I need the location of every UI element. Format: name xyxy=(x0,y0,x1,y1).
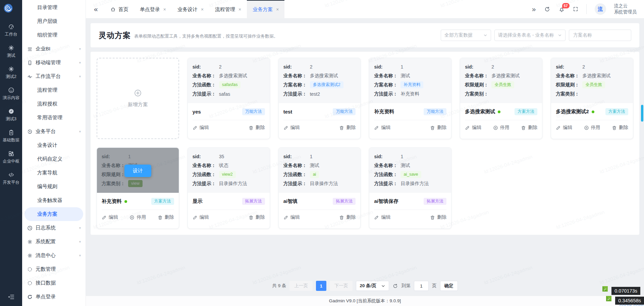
user-info[interactable]: 流之云 系统管理员 xyxy=(614,3,637,15)
dots-circle-icon xyxy=(27,280,33,286)
tab-label: 业务方案 xyxy=(253,6,273,13)
perf-badge: 0.070173s xyxy=(602,286,640,295)
rail-item-4[interactable]: 演示内容 xyxy=(3,83,19,104)
tab-close-icon[interactable]: × xyxy=(276,7,279,12)
tab-home[interactable]: 首页 xyxy=(105,0,134,18)
goto-confirm-button[interactable]: 确定 xyxy=(440,281,458,291)
rail-item-6[interactable]: 基础数据 xyxy=(3,126,19,147)
method-row: yes万能方法 xyxy=(188,103,270,115)
edit-button[interactable]: 编辑 xyxy=(465,125,481,131)
user-avatar[interactable]: 流 xyxy=(595,3,606,15)
delete-button[interactable]: 删除 xyxy=(339,125,356,131)
menu-item-20[interactable]: 元数管理 xyxy=(22,262,86,276)
rail-item-8[interactable]: 开发平台 xyxy=(3,168,19,189)
edit-button[interactable]: 编辑 xyxy=(193,125,209,131)
delete-button[interactable]: 删除 xyxy=(521,125,537,131)
menu-item-1[interactable]: 目录管理 xyxy=(22,1,86,14)
tab-2[interactable]: 业务设计× xyxy=(172,0,209,18)
delete-button[interactable]: 删除 xyxy=(430,214,446,220)
tab-4[interactable]: 业务方案× xyxy=(247,0,284,18)
menu-item-7[interactable]: 流程管理 xyxy=(22,83,86,97)
menu-item-10[interactable]: 业务平台▼ xyxy=(22,125,86,138)
edit-button[interactable]: 编辑 xyxy=(374,125,390,131)
add-plan-card[interactable]: 新增方案 xyxy=(97,58,179,139)
menu-item-16[interactable]: 业务方案 xyxy=(24,207,83,221)
rail-item-7[interactable]: 企业中枢 xyxy=(3,147,19,168)
pause-button[interactable]: 停用 xyxy=(584,125,600,131)
delete-button[interactable]: 删除 xyxy=(249,125,265,131)
menu-item-3[interactable]: 组织管理 xyxy=(22,28,86,42)
goto-page-input[interactable]: 1 xyxy=(414,281,429,291)
rail-item-2[interactable]: 测试 xyxy=(3,41,19,62)
method-row: 多选搜索测试方案方法 xyxy=(460,103,542,115)
rail-item-5[interactable]: 测试3 xyxy=(3,104,19,126)
notifications-button[interactable]: 57 xyxy=(558,6,565,12)
edit-button[interactable]: 编辑 xyxy=(283,214,300,220)
rail-item-1[interactable]: 工作台 xyxy=(3,20,19,41)
tabs-collapse-button[interactable]: « xyxy=(94,5,98,13)
current-page-button[interactable]: 1 xyxy=(316,281,326,291)
tab-close-icon[interactable]: × xyxy=(163,7,166,12)
scope-select[interactable]: 全部方案数据 xyxy=(441,30,491,41)
info-row: 业务名称：测试 xyxy=(374,161,446,170)
app-logo[interactable] xyxy=(4,4,18,18)
menu-item-5[interactable]: 移动端管理▼ xyxy=(22,56,86,70)
edit-button[interactable]: 编辑 xyxy=(283,125,300,131)
edit-button[interactable]: 编辑 xyxy=(556,125,572,131)
perf-time: 0.070173s xyxy=(611,287,640,295)
vertical-scrollbar-thumb[interactable] xyxy=(641,105,643,122)
prev-page-button[interactable]: 上一页 xyxy=(289,281,313,291)
tab-close-icon[interactable]: × xyxy=(201,7,204,12)
delete-button[interactable]: 删除 xyxy=(430,125,446,131)
field-label: 方法函数： xyxy=(374,172,400,178)
menu-item-11[interactable]: 业务设计 xyxy=(22,138,86,152)
pagination-refresh-button[interactable] xyxy=(392,283,398,289)
menu-item-6[interactable]: 工作流平台▼ xyxy=(22,70,86,83)
sync-icon xyxy=(27,294,33,300)
table-select[interactable]: 请选择业务表名 - 业务名称 xyxy=(494,30,566,41)
menu-item-15[interactable]: 业务触发器 xyxy=(22,193,86,207)
pause-button[interactable]: 停用 xyxy=(493,125,509,131)
lines-icon xyxy=(27,46,33,52)
tab-close-icon[interactable]: × xyxy=(238,7,241,12)
menu-item-13[interactable]: 方案导航 xyxy=(22,166,86,180)
pause-button[interactable]: 停用 xyxy=(129,214,146,220)
delete-button[interactable]: 删除 xyxy=(339,214,356,220)
edit-button[interactable]: 编辑 xyxy=(374,214,390,220)
next-page-button[interactable]: 下一页 xyxy=(330,281,353,291)
refresh-button[interactable] xyxy=(544,6,550,12)
rail-item-3[interactable]: 测试2 xyxy=(3,62,19,83)
edit-button[interactable]: 编辑 xyxy=(193,214,209,220)
tab-3[interactable]: 流程管理× xyxy=(209,0,247,18)
sidebar-collapse-button[interactable] xyxy=(7,293,15,301)
design-button[interactable]: 设计 xyxy=(124,165,151,177)
menu-item-21[interactable]: 接口数据 xyxy=(22,276,86,290)
sid-row: sid:1 xyxy=(374,152,446,161)
delete-button[interactable]: 删除 xyxy=(158,214,174,220)
menu-item-12[interactable]: 代码自定义 xyxy=(22,152,86,166)
menu-item-19[interactable]: 消息中心▼ xyxy=(22,249,86,262)
menu-item-22[interactable]: 单点登录 xyxy=(22,290,86,304)
tab-1[interactable]: 单点登录× xyxy=(134,0,172,18)
field-value: test2 xyxy=(310,91,320,97)
menu-item-4[interactable]: 企业BI▼ xyxy=(22,42,86,56)
menu-item-8[interactable]: 流程授权 xyxy=(22,97,86,111)
menu-item-2[interactable]: 用户层级 xyxy=(22,14,86,28)
card-actions: 编辑停用删除 xyxy=(102,210,174,220)
page-size-select[interactable]: 20 条/页 xyxy=(356,281,389,291)
menu-item-9[interactable]: 常用语管理 xyxy=(22,111,86,125)
chevron-down-icon: ▼ xyxy=(78,240,82,244)
chevron-down-icon: ▼ xyxy=(78,47,82,51)
plan-name-input[interactable]: 方案名称 xyxy=(569,30,631,41)
tabs-expand-button[interactable]: » xyxy=(532,5,536,13)
delete-button[interactable]: 删除 xyxy=(249,214,265,220)
edit-button[interactable]: 编辑 xyxy=(102,214,118,220)
notification-badge: 57 xyxy=(562,3,570,8)
menu-item-17[interactable]: 日志系统▼ xyxy=(22,221,86,235)
fullscreen-button[interactable] xyxy=(573,6,578,12)
menu-item-14[interactable]: 编号规则 xyxy=(22,180,86,193)
rail-item-label: 测试2 xyxy=(6,74,16,80)
sid-value: 1 xyxy=(400,154,403,159)
delete-button[interactable]: 删除 xyxy=(612,125,628,131)
menu-item-18[interactable]: 系统配置▼ xyxy=(22,235,86,249)
